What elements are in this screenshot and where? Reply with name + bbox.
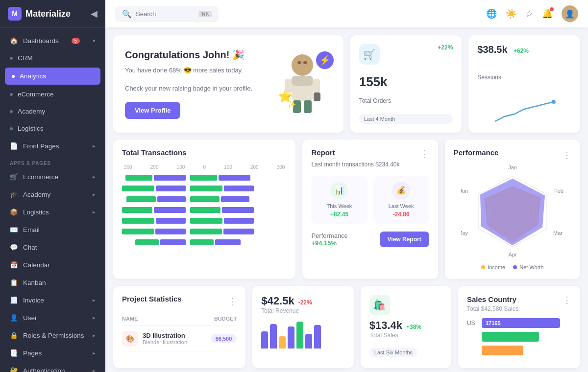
transactions-title: Total Transactions xyxy=(122,148,287,157)
sidebar-item-logistics-app[interactable]: 📦 Logistics ▸ xyxy=(0,203,105,221)
this-week-label: This Week xyxy=(317,203,361,209)
radar-chart: Jan Feb Mar Apr May Jun xyxy=(454,163,571,260)
notification-icon[interactable]: 🔔 xyxy=(542,8,553,19)
sidebar-item-dashboards[interactable]: 🏠 Dashboards 5 ▾ xyxy=(0,32,105,49)
svg-point-10 xyxy=(552,100,556,104)
pages-icon: 📄 xyxy=(10,142,18,150)
chevron-icon: ▸ xyxy=(93,332,96,339)
sidebar-item-front-pages[interactable]: 📄 Front Pages ▸ xyxy=(0,137,105,155)
sidebar-nav: 🏠 Dashboards 5 ▾ CRM Analytics eCommerce… xyxy=(0,28,105,372)
orders-label: Total Orders xyxy=(359,97,453,104)
search-input[interactable] xyxy=(136,10,195,18)
sidebar-item-label: Invoice xyxy=(23,297,44,304)
sidebar-item-crm[interactable]: CRM xyxy=(0,49,105,67)
revenue-badge: -22% xyxy=(298,299,312,306)
pages-icon: 📑 xyxy=(10,349,18,357)
sidebar-item-ecommerce[interactable]: eCommerce xyxy=(0,86,105,103)
svg-text:Mar: Mar xyxy=(553,230,563,236)
sessions-sparkline xyxy=(477,99,571,124)
sales-badge: +38% xyxy=(406,324,421,330)
last-week-label: Last Week xyxy=(379,203,423,209)
sidebar-item-email[interactable]: ✉️ Email xyxy=(0,221,105,238)
lightning-badge: ⚡ xyxy=(316,51,334,69)
bar-row xyxy=(122,218,287,224)
translate-icon[interactable]: 🌐 xyxy=(486,8,497,19)
sidebar-item-academy-app[interactable]: 🎓 Academy ▸ xyxy=(0,186,105,203)
orders-badge: +22% xyxy=(438,44,453,51)
orders-value: 155k xyxy=(359,74,453,90)
svg-text:Feb: Feb xyxy=(554,188,564,194)
report-menu-icon[interactable]: ⋮ xyxy=(420,148,429,159)
sidebar-item-calendar[interactable]: 📅 Calendar xyxy=(0,256,105,274)
project-stats-card: Project Statistics ⋮ NAME BUDGET 🎨 3D Il… xyxy=(113,286,245,368)
perf-text: Performance +94.15% xyxy=(311,232,347,247)
sidebar-item-label: eCommerce xyxy=(18,91,54,98)
bar-s xyxy=(296,322,303,349)
perf-title: Performance xyxy=(454,148,499,157)
proj-row: 🎨 3D Illustration Blender Illustration $… xyxy=(122,326,237,352)
view-profile-button[interactable]: View Profile xyxy=(125,102,180,119)
legend-income: Income xyxy=(481,264,505,270)
this-week-stat: 📊 This Week +82.45 xyxy=(311,176,367,224)
sidebar-item-kanban[interactable]: 📋 Kanban xyxy=(0,274,105,291)
nav-dot-icon xyxy=(10,93,13,96)
content-area: Congratulations John! 🎉 You have done 68… xyxy=(105,27,588,372)
sales-value: $13.4k xyxy=(369,319,402,332)
sidebar-brand: Materialize xyxy=(25,9,71,19)
col-name: NAME xyxy=(122,316,138,322)
chat-icon: 💬 xyxy=(10,243,18,251)
topbar: 🔍 ⌘K 🌐 ☀️ ☆ 🔔 👤 xyxy=(105,0,588,27)
sidebar-item-academy[interactable]: Academy xyxy=(0,103,105,120)
this-week-value: +82.45 xyxy=(317,211,361,218)
sessions-value: $38.5k xyxy=(477,44,507,55)
bar-row xyxy=(122,229,287,234)
perf-value: +94.15% xyxy=(311,239,347,247)
country-row-3 xyxy=(467,346,571,355)
sessions-card: $38.5k +62% Sessions xyxy=(468,35,580,133)
congrats-text: Congratulations John! 🎉 You have done 68… xyxy=(125,49,273,119)
radar-svg: Jan Feb Mar Apr May Jun xyxy=(461,163,564,260)
sidebar-item-label: Front Pages xyxy=(23,142,59,150)
bar-s xyxy=(314,325,321,349)
country-menu-icon[interactable]: ⋮ xyxy=(563,295,571,305)
sidebar-item-label: Dashboards xyxy=(23,37,59,45)
sales-icon-wrap: 🛍️ xyxy=(369,295,390,315)
sidebar-item-user[interactable]: 👤 User ▸ xyxy=(0,309,105,326)
report-title: Report xyxy=(311,148,335,157)
svg-text:Jun: Jun xyxy=(461,188,468,194)
sidebar-item-chat[interactable]: 💬 Chat xyxy=(0,238,105,256)
theme-icon[interactable]: ☀️ xyxy=(506,8,516,19)
report-header: Report ⋮ xyxy=(311,148,429,159)
perf-menu-icon[interactable]: ⋮ xyxy=(563,150,571,161)
sidebar-item-ecommerce-app[interactable]: 🛒 Ecommerce ▸ xyxy=(0,168,105,186)
proj-row-budget: $6,500 xyxy=(211,334,237,343)
proj-menu-icon[interactable]: ⋮ xyxy=(228,296,237,307)
search-box[interactable]: 🔍 ⌘K xyxy=(115,6,219,22)
bar-row xyxy=(122,239,287,245)
revenue-label: Total Revenue xyxy=(261,307,344,314)
star-icon[interactable]: ☆ xyxy=(525,8,533,19)
col-budget: BUDGET xyxy=(214,316,237,322)
user-avatar[interactable]: 👤 xyxy=(562,5,578,22)
sidebar-item-analytics[interactable]: Analytics xyxy=(5,68,100,85)
bar-s xyxy=(288,326,294,349)
sidebar-item-logistics[interactable]: Logistics xyxy=(0,120,105,137)
sidebar-item-invoice[interactable]: 🧾 Invoice ▸ xyxy=(0,291,105,309)
total-sales-card: 🛍️ $13.4k +38% Total Sales Last Six Mont… xyxy=(361,286,451,368)
sidebar-toggle-button[interactable]: ◀ xyxy=(91,8,98,19)
chevron-icon: ▸ xyxy=(93,350,96,356)
proj-table-header: NAME BUDGET xyxy=(122,314,237,326)
sidebar-item-pages[interactable]: 📑 Pages ▸ xyxy=(0,344,105,362)
report-subtitle: Last month transactions $234.40k xyxy=(311,161,429,168)
bar-row xyxy=(122,207,287,213)
sidebar-item-roles[interactable]: 🔒 Roles & Permissions ▸ xyxy=(0,326,105,344)
sidebar-item-authentication[interactable]: 🔐 Authentication ▸ xyxy=(0,362,105,372)
country-title: Sales Country xyxy=(467,295,516,303)
svg-rect-6 xyxy=(304,100,312,113)
row-2: Total Transactions 3002001000100200300 xyxy=(113,140,580,279)
view-report-button[interactable]: View Report xyxy=(380,232,429,247)
bar-chart xyxy=(122,173,287,247)
legend-income-label: Income xyxy=(488,264,505,270)
sessions-top: $38.5k +62% xyxy=(477,44,571,55)
country-name-us: US xyxy=(467,320,478,326)
